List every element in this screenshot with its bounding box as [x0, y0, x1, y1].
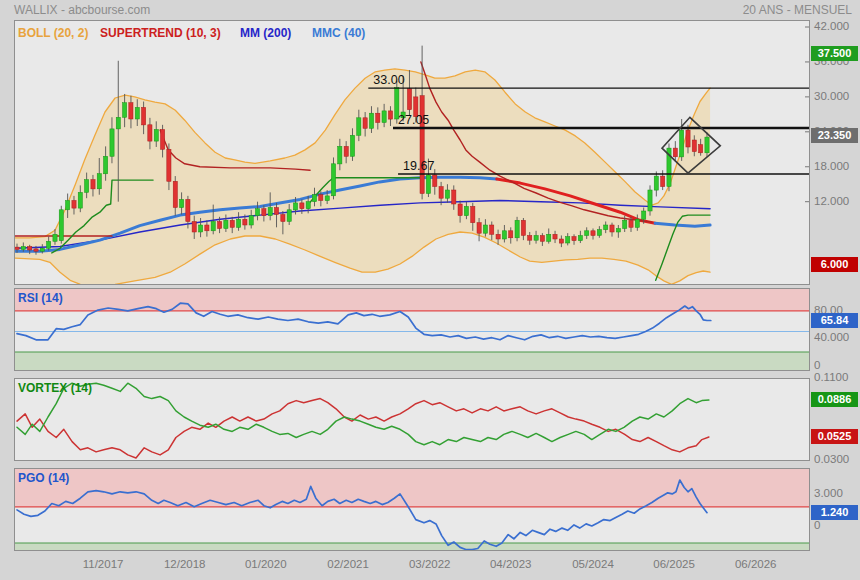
candle-body	[559, 239, 563, 243]
vortex-badge-0.0525: 0.0525	[811, 429, 858, 444]
x-axis-label-02/2021: 02/2021	[316, 558, 380, 570]
candle-body	[104, 156, 108, 174]
timeframe-label: 20 ANS - MENSUEL	[743, 3, 852, 17]
vortex-panel[interactable]	[14, 378, 810, 461]
main-axis-tick-42.000: 42.000	[814, 20, 849, 32]
candle-body	[471, 206, 475, 222]
x-axis-label-06/2025: 06/2025	[642, 558, 706, 570]
candle-body	[610, 225, 614, 232]
candle-body	[673, 148, 677, 157]
vortex-canvas[interactable]	[15, 379, 809, 460]
vortex-minus-line	[17, 399, 709, 458]
vortex-badge-0.0886: 0.0886	[811, 392, 858, 407]
candle-body	[224, 220, 228, 228]
candle-body	[680, 130, 684, 157]
candle-body	[648, 190, 652, 211]
candle-body	[230, 220, 234, 227]
candle-body	[547, 234, 551, 241]
candle-body	[407, 89, 411, 110]
pgo-upper-zone	[15, 469, 809, 507]
candle-body	[382, 111, 386, 123]
candle-body	[218, 222, 222, 229]
candle-body	[642, 211, 646, 219]
candle-body	[433, 175, 437, 187]
candle-body	[211, 222, 215, 231]
candle-body	[540, 236, 544, 242]
candle-body	[28, 247, 32, 251]
x-axis-label-06/2026: 06/2026	[724, 558, 788, 570]
x-axis-label-12/2018: 12/2018	[153, 558, 217, 570]
candle-body	[186, 199, 190, 221]
level-label-33.00: 33.00	[373, 73, 404, 87]
candle-body	[445, 190, 449, 198]
candle-body	[59, 210, 63, 241]
candle-body	[369, 113, 373, 128]
candle-body	[331, 164, 335, 196]
pgo-panel[interactable]	[14, 468, 810, 551]
candle-body	[578, 236, 582, 241]
legend-item-1[interactable]: SUPERTREND (10, 3)	[100, 26, 221, 40]
candle-body	[154, 130, 158, 142]
candle-body	[623, 220, 627, 228]
candle-body	[439, 187, 443, 199]
candle-body	[705, 137, 709, 153]
candle-body	[534, 236, 538, 241]
rsi-panel[interactable]	[14, 288, 810, 371]
candle-body	[426, 175, 430, 194]
candle-body	[388, 111, 392, 119]
candle-body	[237, 219, 241, 227]
candle-body	[262, 209, 266, 216]
main-price-panel[interactable]	[14, 20, 810, 285]
pgo-title: PGO (14)	[18, 471, 69, 485]
candle-body	[509, 231, 513, 238]
candle-body	[15, 247, 19, 249]
rsi-title: RSI (14)	[18, 291, 63, 305]
candle-body	[110, 129, 114, 156]
candle-body	[281, 215, 285, 222]
candle-body	[585, 231, 589, 236]
x-axis-label-04/2023: 04/2023	[479, 558, 543, 570]
legend-item-3[interactable]: MMC (40)	[312, 26, 365, 40]
candle-body	[97, 174, 101, 189]
main-axis-tick-18.000: 18.000	[814, 160, 849, 172]
candle-body	[635, 219, 639, 227]
candle-body	[123, 103, 127, 118]
candle-body	[483, 225, 487, 233]
x-axis-label-05/2024: 05/2024	[561, 558, 625, 570]
candle-body	[40, 248, 44, 251]
level-label-19.67: 19.67	[403, 159, 434, 173]
candle-body	[528, 236, 532, 241]
legend-item-2[interactable]: MM (200)	[240, 26, 291, 40]
candle-body	[350, 135, 354, 156]
candle-body	[458, 204, 462, 216]
candle-body	[376, 113, 380, 122]
rsi-canvas[interactable]	[15, 289, 809, 370]
candle-body	[85, 180, 89, 193]
candle-body	[452, 190, 456, 204]
candle-body	[249, 216, 253, 225]
vortex-axis-tick-0.0300: 0.0300	[814, 453, 849, 465]
symbol-title: WALLIX - abcbourse.com	[14, 3, 150, 17]
candle-body	[148, 125, 152, 141]
candle-body	[91, 180, 95, 189]
vortex-axis-tick-0.1100: 0.1100	[814, 371, 848, 383]
candle-body	[268, 208, 272, 216]
legend-item-0[interactable]: BOLL (20, 2)	[18, 26, 88, 40]
candle-body	[34, 249, 38, 251]
candle-body	[325, 196, 329, 201]
candle-body	[686, 130, 690, 147]
candle-body	[699, 145, 703, 153]
rsi-value-badge: 65.84	[811, 313, 858, 328]
candle-body	[502, 231, 506, 239]
candle-body	[192, 222, 196, 233]
pgo-axis-tick-3.000: 3.000	[814, 487, 843, 499]
candle-body	[205, 225, 209, 231]
pgo-canvas[interactable]	[15, 469, 809, 550]
candle-body	[604, 225, 608, 230]
main-chart-canvas[interactable]	[15, 21, 809, 284]
candle-body	[287, 210, 291, 222]
candle-body	[199, 225, 203, 232]
candle-body	[521, 220, 525, 235]
candle-body	[490, 225, 494, 234]
pgo-axis-tick-0: 0	[814, 519, 820, 531]
